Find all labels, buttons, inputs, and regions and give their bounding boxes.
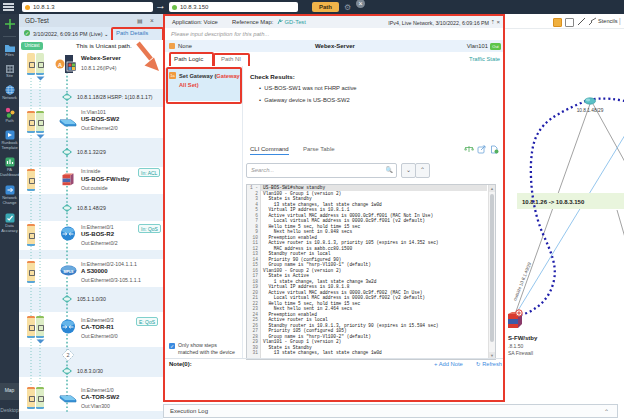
svg-text:A: A	[58, 62, 63, 68]
svg-text:outside 10.8.1.49/29: outside 10.8.1.49/29	[512, 261, 532, 301]
svg-text:MPLS: MPLS	[64, 270, 75, 274]
svg-text:.8.1.50: .8.1.50	[508, 343, 524, 349]
svg-text:10.8.1.26 -> 10.8.3.150: 10.8.1.26 -> 10.8.3.150	[522, 199, 585, 205]
svg-text:2: 2	[66, 352, 69, 358]
svg-text:SA Firewall: SA Firewall	[508, 350, 533, 356]
svg-text:S-FW/stby: S-FW/stby	[508, 335, 538, 341]
svg-text:10.8.1.48/29: 10.8.1.48/29	[577, 108, 604, 113]
